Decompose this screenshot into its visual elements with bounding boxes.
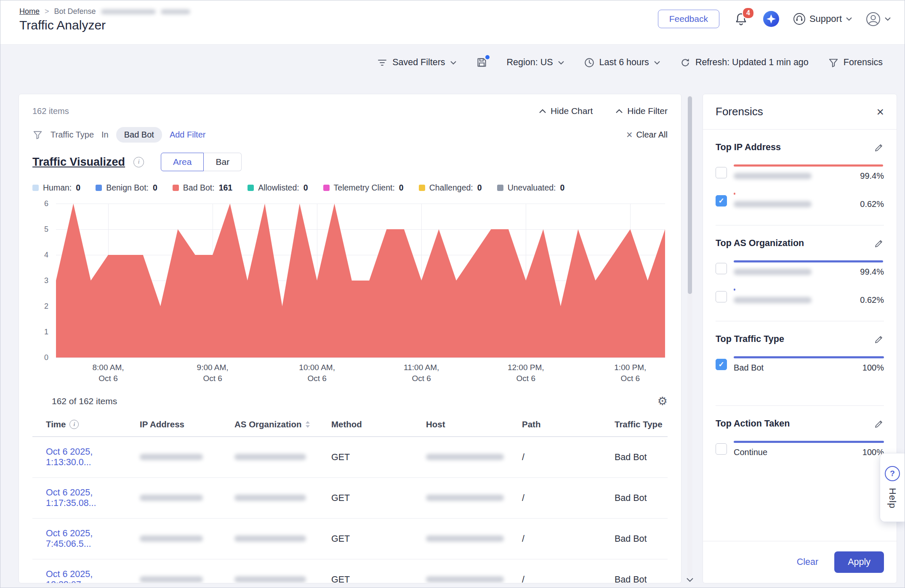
value-bar — [734, 260, 883, 262]
scrollbar-thumb[interactable] — [688, 96, 692, 294]
add-filter-button[interactable]: Add Filter — [170, 130, 206, 140]
svg-text:6: 6 — [44, 199, 48, 208]
row-time-link[interactable]: Oct 6 2025, 1:13:30.0... — [46, 447, 140, 468]
checkbox[interactable]: ✓ — [716, 167, 727, 178]
notifications-button[interactable]: 4 — [733, 11, 749, 28]
traffic-table: Time i IP Address AS Organization Method… — [32, 413, 668, 583]
sort-icon[interactable] — [305, 420, 311, 429]
funnel-icon — [32, 130, 43, 140]
sparkle-icon — [763, 11, 780, 27]
save-filter-button[interactable] — [476, 57, 487, 68]
chart-title[interactable]: Traffic Visualized — [32, 156, 125, 169]
svg-text:0: 0 — [44, 353, 48, 362]
view-area-button[interactable]: Area — [161, 153, 204, 171]
info-icon[interactable]: i — [133, 157, 144, 167]
help-tab[interactable]: ? Help — [880, 453, 905, 522]
row-time-link[interactable]: Oct 6 2025, 1:17:35.08... — [46, 487, 140, 509]
refresh-label: Refresh: Updated 1 min ago — [695, 57, 809, 68]
row-traffic-type: Bad Bot — [615, 493, 668, 503]
redacted-host — [426, 576, 504, 583]
chevron-down-icon — [558, 61, 564, 65]
forensics-item: ✓ 0.62% — [716, 289, 884, 305]
checkbox[interactable]: ✓ — [716, 195, 727, 207]
svg-text:Oct 6: Oct 6 — [412, 374, 431, 383]
clear-all-button[interactable]: × Clear All — [626, 130, 668, 140]
legend-item-human: Human:0 — [32, 183, 80, 193]
col-header-traffic-type[interactable]: Traffic Type — [615, 419, 668, 429]
question-icon: ? — [885, 466, 900, 481]
checkbox[interactable]: ✓ — [716, 359, 727, 370]
refresh-button[interactable]: Refresh: Updated 1 min ago — [680, 57, 809, 68]
row-path: / — [522, 575, 615, 584]
table-row[interactable]: Oct 6 2025, 12:38:07.... GET / Bad Bot — [32, 559, 668, 583]
pencil-icon[interactable] — [874, 238, 884, 249]
vertical-scrollbar[interactable] — [687, 95, 692, 577]
value-bar — [734, 164, 883, 167]
top-header: Home > Bot Defense Traffic Analyzer Feed… — [0, 0, 905, 45]
region-dropdown[interactable]: Region: US — [507, 57, 564, 68]
account-menu[interactable] — [866, 12, 891, 26]
col-header-ip[interactable]: IP Address — [140, 419, 234, 429]
row-time-link[interactable]: Oct 6 2025, 12:38:07.... — [46, 569, 140, 583]
legend-swatch — [96, 185, 102, 191]
chevron-down-icon — [846, 17, 852, 21]
col-header-host[interactable]: Host — [426, 419, 522, 429]
svg-text:10:00 AM,: 10:00 AM, — [299, 363, 335, 372]
row-traffic-type: Bad Bot — [615, 534, 668, 544]
redacted-ip — [734, 201, 812, 207]
row-method: GET — [331, 452, 426, 463]
filter-lines-icon — [377, 58, 388, 68]
forensics-toolbar-label: Forensics — [844, 57, 883, 68]
pencil-icon[interactable] — [874, 419, 884, 429]
saved-filters-dropdown[interactable]: Saved Filters — [377, 57, 456, 68]
gear-icon[interactable]: ⚙ — [657, 395, 668, 408]
item-label: Continue — [734, 448, 767, 457]
hide-chart-toggle[interactable]: Hide Chart — [539, 106, 593, 116]
table-row[interactable]: Oct 6 2025, 7:45:06.5... GET / Bad Bot — [32, 519, 668, 559]
breadcrumb-home-link[interactable]: Home — [19, 7, 40, 16]
chevron-down-icon — [884, 17, 891, 21]
svg-text:Oct 6: Oct 6 — [98, 374, 117, 383]
feedback-button[interactable]: Feedback — [658, 10, 719, 28]
chevron-down-icon — [654, 61, 660, 65]
chevron-up-icon — [615, 109, 623, 114]
checkbox[interactable]: ✓ — [716, 443, 727, 455]
hide-filter-toggle[interactable]: Hide Filter — [615, 106, 668, 116]
forensics-section-top-ip: Top IP Address ✓ 99.4% ✓ 0.62% — [716, 130, 884, 225]
col-header-method[interactable]: Method — [331, 419, 426, 429]
checkbox[interactable]: ✓ — [716, 291, 727, 302]
pencil-icon[interactable] — [874, 334, 884, 344]
pencil-icon[interactable] — [874, 143, 884, 153]
table-row[interactable]: Oct 6 2025, 1:13:30.0... GET / Bad Bot — [32, 437, 668, 478]
breadcrumb-redacted-text — [101, 9, 156, 14]
row-method: GET — [331, 575, 426, 584]
forensics-section-top-as-org: Top AS Organization ✓ 99.4% ✓ 0.62% — [716, 225, 884, 321]
redacted-host — [426, 495, 504, 501]
assistant-button[interactable] — [763, 11, 780, 27]
scroll-down-icon[interactable] — [686, 577, 694, 583]
header-actions: Feedback 4 Support — [658, 10, 891, 28]
view-bar-button[interactable]: Bar — [204, 153, 242, 171]
filter-operator-label[interactable]: In — [101, 130, 109, 140]
redacted-host — [426, 535, 504, 542]
filter-field-label[interactable]: Traffic Type — [51, 130, 94, 140]
filter-value-chip[interactable]: Bad Bot — [116, 127, 162, 143]
row-time-link[interactable]: Oct 6 2025, 7:45:06.5... — [46, 528, 140, 549]
forensics-toggle-button[interactable]: Forensics — [828, 57, 883, 68]
region-label: Region: US — [507, 57, 553, 68]
col-header-as-org[interactable]: AS Organization — [234, 419, 331, 429]
apply-button[interactable]: Apply — [834, 551, 884, 573]
time-range-dropdown[interactable]: Last 6 hours — [584, 57, 660, 68]
clear-button[interactable]: Clear — [797, 557, 818, 567]
info-icon[interactable]: i — [69, 420, 79, 429]
checkbox[interactable]: ✓ — [716, 263, 727, 274]
item-percent: 99.4% — [860, 171, 884, 181]
table-row[interactable]: Oct 6 2025, 1:17:35.08... GET / Bad Bot — [32, 478, 668, 519]
breadcrumb-section[interactable]: Bot Defense — [54, 7, 96, 16]
svg-text:1: 1 — [44, 328, 48, 336]
support-menu[interactable]: Support — [793, 13, 852, 25]
col-header-path[interactable]: Path — [522, 419, 615, 429]
close-icon[interactable]: × — [876, 106, 884, 118]
col-header-time[interactable]: Time i — [32, 419, 140, 429]
row-path: / — [522, 534, 615, 544]
